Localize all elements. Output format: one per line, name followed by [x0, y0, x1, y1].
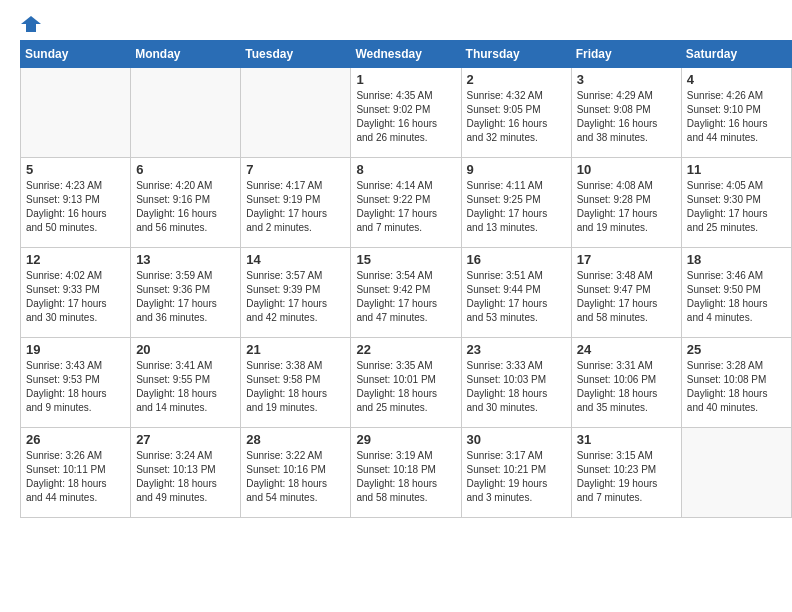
- day-number: 9: [467, 162, 566, 177]
- calendar-day-cell: 28Sunrise: 3:22 AM Sunset: 10:16 PM Dayl…: [241, 428, 351, 518]
- calendar-day-cell: [681, 428, 791, 518]
- calendar-day-cell: [241, 68, 351, 158]
- day-number: 17: [577, 252, 676, 267]
- calendar-day-cell: 21Sunrise: 3:38 AM Sunset: 9:58 PM Dayli…: [241, 338, 351, 428]
- calendar-week-4: 19Sunrise: 3:43 AM Sunset: 9:53 PM Dayli…: [21, 338, 792, 428]
- calendar-day-cell: 7Sunrise: 4:17 AM Sunset: 9:19 PM Daylig…: [241, 158, 351, 248]
- day-number: 30: [467, 432, 566, 447]
- logo: [20, 16, 42, 32]
- day-number: 19: [26, 342, 125, 357]
- day-info: Sunrise: 3:41 AM Sunset: 9:55 PM Dayligh…: [136, 359, 235, 415]
- calendar-day-cell: 30Sunrise: 3:17 AM Sunset: 10:21 PM Dayl…: [461, 428, 571, 518]
- day-number: 22: [356, 342, 455, 357]
- logo-icon: [21, 16, 41, 32]
- day-number: 10: [577, 162, 676, 177]
- calendar-day-cell: 15Sunrise: 3:54 AM Sunset: 9:42 PM Dayli…: [351, 248, 461, 338]
- calendar-day-cell: 1Sunrise: 4:35 AM Sunset: 9:02 PM Daylig…: [351, 68, 461, 158]
- day-info: Sunrise: 3:22 AM Sunset: 10:16 PM Daylig…: [246, 449, 345, 505]
- day-info: Sunrise: 3:48 AM Sunset: 9:47 PM Dayligh…: [577, 269, 676, 325]
- day-header-sunday: Sunday: [21, 41, 131, 68]
- calendar-body: 1Sunrise: 4:35 AM Sunset: 9:02 PM Daylig…: [21, 68, 792, 518]
- day-number: 18: [687, 252, 786, 267]
- calendar-day-cell: 17Sunrise: 3:48 AM Sunset: 9:47 PM Dayli…: [571, 248, 681, 338]
- day-info: Sunrise: 3:31 AM Sunset: 10:06 PM Daylig…: [577, 359, 676, 415]
- day-number: 3: [577, 72, 676, 87]
- day-number: 24: [577, 342, 676, 357]
- day-info: Sunrise: 3:35 AM Sunset: 10:01 PM Daylig…: [356, 359, 455, 415]
- day-info: Sunrise: 3:17 AM Sunset: 10:21 PM Daylig…: [467, 449, 566, 505]
- day-number: 1: [356, 72, 455, 87]
- calendar-day-cell: 10Sunrise: 4:08 AM Sunset: 9:28 PM Dayli…: [571, 158, 681, 248]
- day-info: Sunrise: 4:35 AM Sunset: 9:02 PM Dayligh…: [356, 89, 455, 145]
- day-header-monday: Monday: [131, 41, 241, 68]
- calendar-week-2: 5Sunrise: 4:23 AM Sunset: 9:13 PM Daylig…: [21, 158, 792, 248]
- day-number: 29: [356, 432, 455, 447]
- calendar-day-cell: 11Sunrise: 4:05 AM Sunset: 9:30 PM Dayli…: [681, 158, 791, 248]
- calendar-day-cell: 14Sunrise: 3:57 AM Sunset: 9:39 PM Dayli…: [241, 248, 351, 338]
- calendar-day-cell: [21, 68, 131, 158]
- day-info: Sunrise: 3:15 AM Sunset: 10:23 PM Daylig…: [577, 449, 676, 505]
- day-info: Sunrise: 4:08 AM Sunset: 9:28 PM Dayligh…: [577, 179, 676, 235]
- day-number: 21: [246, 342, 345, 357]
- calendar-day-cell: 24Sunrise: 3:31 AM Sunset: 10:06 PM Dayl…: [571, 338, 681, 428]
- day-headers-row: SundayMondayTuesdayWednesdayThursdayFrid…: [21, 41, 792, 68]
- day-number: 27: [136, 432, 235, 447]
- calendar-day-cell: 29Sunrise: 3:19 AM Sunset: 10:18 PM Dayl…: [351, 428, 461, 518]
- calendar-day-cell: 25Sunrise: 3:28 AM Sunset: 10:08 PM Dayl…: [681, 338, 791, 428]
- calendar-day-cell: 22Sunrise: 3:35 AM Sunset: 10:01 PM Dayl…: [351, 338, 461, 428]
- calendar-week-5: 26Sunrise: 3:26 AM Sunset: 10:11 PM Dayl…: [21, 428, 792, 518]
- day-info: Sunrise: 3:57 AM Sunset: 9:39 PM Dayligh…: [246, 269, 345, 325]
- calendar-week-1: 1Sunrise: 4:35 AM Sunset: 9:02 PM Daylig…: [21, 68, 792, 158]
- page-header: [0, 0, 792, 40]
- day-info: Sunrise: 4:11 AM Sunset: 9:25 PM Dayligh…: [467, 179, 566, 235]
- calendar-day-cell: 27Sunrise: 3:24 AM Sunset: 10:13 PM Dayl…: [131, 428, 241, 518]
- day-header-tuesday: Tuesday: [241, 41, 351, 68]
- day-info: Sunrise: 3:33 AM Sunset: 10:03 PM Daylig…: [467, 359, 566, 415]
- day-number: 26: [26, 432, 125, 447]
- day-info: Sunrise: 4:20 AM Sunset: 9:16 PM Dayligh…: [136, 179, 235, 235]
- day-header-friday: Friday: [571, 41, 681, 68]
- day-number: 25: [687, 342, 786, 357]
- day-header-wednesday: Wednesday: [351, 41, 461, 68]
- day-info: Sunrise: 3:43 AM Sunset: 9:53 PM Dayligh…: [26, 359, 125, 415]
- calendar-week-3: 12Sunrise: 4:02 AM Sunset: 9:33 PM Dayli…: [21, 248, 792, 338]
- calendar-day-cell: 8Sunrise: 4:14 AM Sunset: 9:22 PM Daylig…: [351, 158, 461, 248]
- day-info: Sunrise: 3:51 AM Sunset: 9:44 PM Dayligh…: [467, 269, 566, 325]
- calendar-day-cell: 12Sunrise: 4:02 AM Sunset: 9:33 PM Dayli…: [21, 248, 131, 338]
- day-info: Sunrise: 3:28 AM Sunset: 10:08 PM Daylig…: [687, 359, 786, 415]
- day-info: Sunrise: 4:14 AM Sunset: 9:22 PM Dayligh…: [356, 179, 455, 235]
- day-number: 14: [246, 252, 345, 267]
- day-header-saturday: Saturday: [681, 41, 791, 68]
- calendar-day-cell: [131, 68, 241, 158]
- calendar-day-cell: 4Sunrise: 4:26 AM Sunset: 9:10 PM Daylig…: [681, 68, 791, 158]
- day-number: 12: [26, 252, 125, 267]
- day-number: 7: [246, 162, 345, 177]
- calendar-day-cell: 13Sunrise: 3:59 AM Sunset: 9:36 PM Dayli…: [131, 248, 241, 338]
- day-number: 28: [246, 432, 345, 447]
- calendar-day-cell: 20Sunrise: 3:41 AM Sunset: 9:55 PM Dayli…: [131, 338, 241, 428]
- day-info: Sunrise: 4:23 AM Sunset: 9:13 PM Dayligh…: [26, 179, 125, 235]
- calendar-wrapper: SundayMondayTuesdayWednesdayThursdayFrid…: [0, 40, 792, 528]
- day-number: 16: [467, 252, 566, 267]
- day-header-thursday: Thursday: [461, 41, 571, 68]
- day-info: Sunrise: 3:19 AM Sunset: 10:18 PM Daylig…: [356, 449, 455, 505]
- day-info: Sunrise: 4:02 AM Sunset: 9:33 PM Dayligh…: [26, 269, 125, 325]
- day-number: 4: [687, 72, 786, 87]
- day-number: 2: [467, 72, 566, 87]
- day-info: Sunrise: 3:46 AM Sunset: 9:50 PM Dayligh…: [687, 269, 786, 325]
- svg-marker-0: [21, 16, 41, 32]
- day-number: 15: [356, 252, 455, 267]
- day-number: 6: [136, 162, 235, 177]
- day-number: 11: [687, 162, 786, 177]
- calendar-table: SundayMondayTuesdayWednesdayThursdayFrid…: [20, 40, 792, 518]
- day-info: Sunrise: 3:59 AM Sunset: 9:36 PM Dayligh…: [136, 269, 235, 325]
- day-info: Sunrise: 3:24 AM Sunset: 10:13 PM Daylig…: [136, 449, 235, 505]
- day-info: Sunrise: 4:29 AM Sunset: 9:08 PM Dayligh…: [577, 89, 676, 145]
- day-info: Sunrise: 3:54 AM Sunset: 9:42 PM Dayligh…: [356, 269, 455, 325]
- calendar-day-cell: 5Sunrise: 4:23 AM Sunset: 9:13 PM Daylig…: [21, 158, 131, 248]
- day-info: Sunrise: 3:26 AM Sunset: 10:11 PM Daylig…: [26, 449, 125, 505]
- day-info: Sunrise: 4:32 AM Sunset: 9:05 PM Dayligh…: [467, 89, 566, 145]
- calendar-day-cell: 18Sunrise: 3:46 AM Sunset: 9:50 PM Dayli…: [681, 248, 791, 338]
- day-number: 8: [356, 162, 455, 177]
- calendar-day-cell: 3Sunrise: 4:29 AM Sunset: 9:08 PM Daylig…: [571, 68, 681, 158]
